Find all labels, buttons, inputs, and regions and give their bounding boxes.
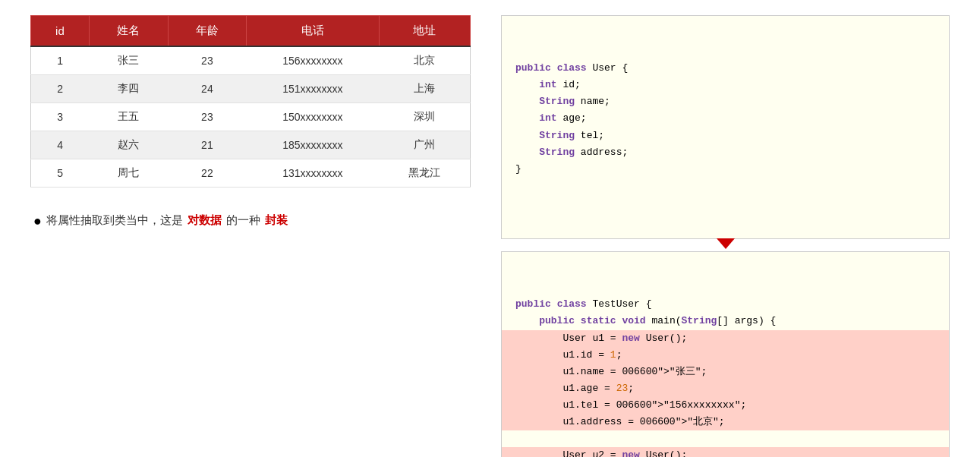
table-cell: 151xxxxxxxx — [247, 75, 379, 103]
table-cell: 王五 — [89, 103, 168, 131]
table-cell: 5 — [31, 159, 90, 188]
table-row: 4赵六21185xxxxxxxx广州 — [31, 131, 471, 159]
bullet-icon: ● — [33, 214, 42, 228]
main-container: id姓名年龄电话地址 1张三23156xxxxxxxx北京2李四24151xxx… — [0, 0, 980, 457]
table-cell: 185xxxxxxxx — [247, 131, 379, 159]
table-cell: 李四 — [89, 75, 168, 103]
code-line: User u2 = new User(); — [502, 447, 949, 457]
data-table: id姓名年龄电话地址 1张三23156xxxxxxxx北京2李四24151xxx… — [30, 15, 471, 188]
table-cell: 3 — [31, 103, 90, 131]
code-line: User u1 = new User(); — [502, 330, 949, 347]
table-header-cell: 年龄 — [168, 16, 247, 47]
table-cell: 深圳 — [379, 103, 471, 131]
table-cell: 周七 — [89, 159, 168, 188]
table-cell: 24 — [168, 75, 247, 103]
code-line: u1.name = 006600">"张三"; — [502, 364, 949, 380]
table-cell: 上海 — [379, 75, 471, 103]
table-cell: 北京 — [379, 46, 471, 75]
code-line: u1.tel = 006600">"156xxxxxxxx"; — [502, 397, 949, 414]
table-header-cell: 地址 — [379, 16, 471, 47]
code-line: public class User { — [515, 60, 935, 77]
table-cell: 1 — [31, 46, 90, 75]
code-box-test-user: public class TestUser { public static vo… — [501, 251, 950, 457]
table-cell: 黑龙江 — [379, 159, 471, 188]
code-line: int age; — [515, 110, 935, 127]
table-row: 1张三23156xxxxxxxx北京 — [31, 46, 471, 75]
table-row: 5周七22131xxxxxxxx黑龙江 — [31, 159, 471, 188]
code-line: String tel; — [515, 128, 935, 144]
table-header-cell: 电话 — [247, 16, 379, 47]
table-cell: 150xxxxxxxx — [247, 103, 379, 131]
table-cell: 4 — [31, 131, 90, 159]
code-line: public class TestUser { — [515, 296, 935, 313]
table-cell: 2 — [31, 75, 90, 103]
table-cell: 131xxxxxxxx — [247, 159, 379, 188]
table-header-row: id姓名年龄电话地址 — [31, 16, 471, 47]
right-panel: public class User { int id; String name;… — [501, 15, 950, 457]
code-line: u1.address = 006600">"北京"; — [502, 414, 949, 430]
table-row: 2李四24151xxxxxxxx上海 — [31, 75, 471, 103]
code-line: u1.id = 1; — [502, 347, 949, 364]
code-line: public static void main(String[] args) { — [515, 313, 935, 329]
note-middle: 的一种 — [226, 213, 260, 228]
note-highlight1: 对数据 — [187, 213, 222, 228]
table-row: 3王五23150xxxxxxxx深圳 — [31, 103, 471, 131]
arrow-down-icon — [717, 238, 735, 249]
table-cell: 21 — [168, 131, 247, 159]
table-header-cell: id — [31, 16, 90, 47]
table-cell: 156xxxxxxxx — [247, 46, 379, 75]
table-cell: 23 — [168, 46, 247, 75]
table-cell: 22 — [168, 159, 247, 188]
table-header-cell: 姓名 — [89, 16, 168, 47]
code-line: String address; — [515, 144, 935, 161]
left-panel: id姓名年龄电话地址 1张三23156xxxxxxxx北京2李四24151xxx… — [30, 15, 471, 228]
table-cell: 广州 — [379, 131, 471, 159]
code-line — [515, 430, 935, 447]
note-text: ● 将属性抽取到类当中，这是 对数据 的一种 封装 — [30, 213, 471, 228]
table-cell: 张三 — [89, 46, 168, 75]
code-line: String name; — [515, 93, 935, 110]
code-line: } — [515, 161, 935, 178]
code-line: int id; — [515, 77, 935, 93]
table-cell: 23 — [168, 103, 247, 131]
code-box-user-class: public class User { int id; String name;… — [501, 15, 950, 239]
note-highlight2: 封装 — [265, 213, 288, 228]
note-prefix: 将属性抽取到类当中，这是 — [46, 213, 183, 228]
code-line: u1.age = 23; — [502, 380, 949, 397]
table-cell: 赵六 — [89, 131, 168, 159]
